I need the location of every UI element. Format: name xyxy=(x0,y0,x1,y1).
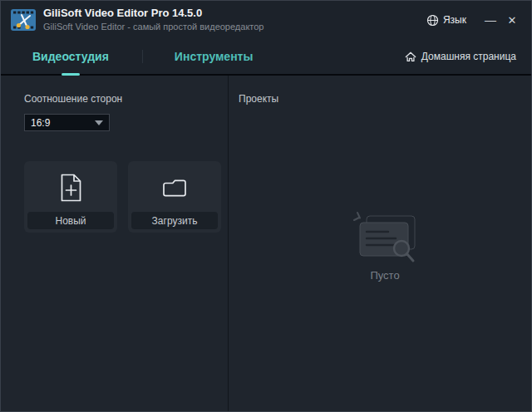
main-content: Соотношение сторон 16:9 Новый xyxy=(1,76,531,411)
chevron-down-icon xyxy=(95,120,103,125)
close-button[interactable]: ✕ xyxy=(501,9,523,31)
project-actions: Новый Загрузить xyxy=(24,161,228,233)
aspect-ratio-value: 16:9 xyxy=(31,117,50,129)
app-subtitle: GiliSoft Video Editor - самый простой ви… xyxy=(43,22,264,32)
empty-label: Пусто xyxy=(370,269,399,282)
aspect-ratio-label: Соотношение сторон xyxy=(24,93,228,105)
empty-documents-illustration xyxy=(348,209,421,264)
app-logo-icon xyxy=(11,9,36,31)
document-plus-icon xyxy=(60,174,82,202)
globe-icon xyxy=(426,14,439,27)
load-project-button[interactable]: Загрузить xyxy=(128,161,221,233)
tab-tools-label: Инструменты xyxy=(175,50,254,63)
load-project-label: Загрузить xyxy=(131,212,218,229)
title-block: GiliSoft Video Editor Pro 14.5.0 GiliSof… xyxy=(43,7,264,32)
app-title: GiliSoft Video Editor Pro 14.5.0 xyxy=(43,7,264,20)
titlebar-controls: Язык — ✕ xyxy=(426,9,523,31)
minimize-button[interactable]: — xyxy=(480,9,501,31)
title-bar: GiliSoft Video Editor Pro 14.5.0 GiliSof… xyxy=(1,1,531,39)
tab-video-studio[interactable]: Видеостудия xyxy=(32,39,109,74)
tab-tools[interactable]: Инструменты xyxy=(175,39,254,74)
new-project-button[interactable]: Новый xyxy=(24,161,117,233)
folder-icon xyxy=(161,178,188,200)
home-page-label: Домашняя страница xyxy=(421,51,516,62)
empty-state: Пусто xyxy=(239,80,531,411)
tab-video-studio-label: Видеостудия xyxy=(32,50,109,63)
tab-bar: Видеостудия Инструменты Домашняя страниц… xyxy=(1,39,531,76)
projects-panel: Проекты Пусто xyxy=(229,76,531,411)
active-tab-indicator xyxy=(62,73,80,76)
app-window: GiliSoft Video Editor Pro 14.5.0 GiliSof… xyxy=(0,0,532,412)
language-label: Язык xyxy=(443,14,466,26)
aspect-ratio-select[interactable]: 16:9 xyxy=(24,114,110,131)
home-page-link[interactable]: Домашняя страница xyxy=(405,51,516,62)
left-panel: Соотношение сторон 16:9 Новый xyxy=(1,76,229,411)
language-button[interactable]: Язык xyxy=(426,14,466,27)
tab-separator xyxy=(142,50,143,63)
home-icon xyxy=(405,52,416,62)
new-project-label: Новый xyxy=(27,212,114,229)
